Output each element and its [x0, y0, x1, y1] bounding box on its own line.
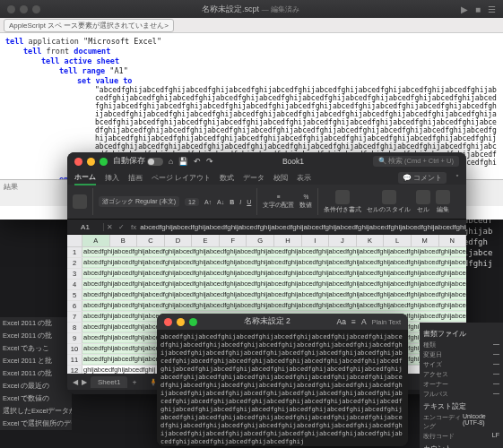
column-header[interactable]: B	[110, 235, 138, 246]
home-icon[interactable]: ⌂	[169, 157, 173, 166]
italic-icon[interactable]: I	[239, 199, 241, 205]
table-row[interactable]: 1abcedfghijabcedfghijabcedfghijabcedfghi…	[67, 247, 466, 258]
enter-icon[interactable]: ✓	[116, 223, 127, 231]
row-header[interactable]: 7	[67, 312, 82, 322]
switch-icon[interactable]	[147, 158, 163, 166]
row-header[interactable]: 10	[67, 344, 82, 354]
alignment-group[interactable]: ≡文字の配置	[263, 194, 294, 210]
column-header[interactable]: K	[357, 235, 385, 246]
column-header[interactable]: F	[220, 235, 247, 246]
add-sheet-icon[interactable]: ＋	[131, 377, 138, 387]
sheet-tab[interactable]: Sheet1	[91, 376, 127, 388]
list-item[interactable]: Excel で選択個所のデータから最低値のものを…	[0, 418, 72, 430]
cell[interactable]: abcedfghijabcedfghijabcedfghijabcedfghij…	[82, 301, 466, 311]
comments-button[interactable]: 💬コメント	[398, 172, 447, 184]
close-icon[interactable]	[74, 158, 82, 166]
cell[interactable]: abcedfghijabcedfghijabcedfghijabcedfghij…	[82, 269, 466, 279]
run-icon[interactable]: ▶	[461, 4, 468, 14]
list-icon[interactable]: ≡	[351, 317, 356, 326]
minimize-icon[interactable]	[20, 5, 28, 13]
list-item[interactable]: Excel 2011 の批	[0, 367, 72, 380]
next-sheet-icon[interactable]: ▶	[82, 378, 87, 386]
fx-label[interactable]: fx	[127, 223, 140, 231]
font-grow-icon[interactable]: A↑	[204, 199, 212, 205]
bold-icon[interactable]: B	[230, 199, 234, 205]
cell[interactable]: abcedfghijabcedfghijabcedfghijabcedfghij…	[82, 247, 466, 257]
table-row[interactable]: 2abcedfghijabcedfghijabcedfghijabcedfghi…	[67, 258, 466, 269]
row-header[interactable]: 8	[67, 323, 82, 332]
undo-icon[interactable]: ↶	[194, 157, 201, 166]
column-header[interactable]: L	[384, 235, 412, 246]
collapse-ribbon-icon[interactable]: ˅	[455, 174, 459, 182]
stop-icon[interactable]: ■	[475, 4, 481, 14]
row-header[interactable]: 1	[67, 247, 82, 257]
row-header[interactable]: 3	[67, 269, 82, 279]
search-input[interactable]: 🔍 検索 (Cmd + Ctrl + U)	[373, 156, 459, 167]
textedit-titlebar[interactable]: 名称未設定 2 Aa ≡ A Plain Text	[157, 314, 408, 330]
mode-label[interactable]: Plain Text	[372, 318, 401, 326]
autosave-toggle[interactable]: 自動保存	[113, 156, 163, 167]
font-shrink-icon[interactable]: A↓	[217, 199, 224, 205]
cancel-icon[interactable]: ✕	[104, 223, 116, 231]
conditional-format-button[interactable]: 条件付き書式	[324, 190, 361, 214]
table-row[interactable]: 6abcedfghijabcedfghijabcedfghijabcedfghi…	[67, 301, 466, 312]
table-row[interactable]: 4abcedfghijabcedfghijabcedfghijabcedfghi…	[67, 280, 466, 290]
column-header[interactable]: C	[137, 235, 165, 246]
tab-layout[interactable]: ページ レイアウト	[152, 171, 211, 185]
list-item[interactable]: Excel 2011 の批	[0, 317, 72, 330]
column-header[interactable]: M	[412, 235, 439, 246]
highlight-icon[interactable]: A	[361, 317, 367, 326]
table-row[interactable]: 5abcedfghijabcedfghijabcedfghijabcedfghi…	[67, 290, 466, 301]
underline-icon[interactable]: U	[247, 199, 251, 205]
name-box[interactable]: A1	[67, 223, 104, 231]
scripteditor-titlebar[interactable]: 名称未設定.scpt — 編集済み ▶ ■ ☰	[0, 0, 503, 18]
select-all-corner[interactable]	[67, 235, 82, 246]
table-row[interactable]: 3abcedfghijabcedfghijabcedfghijabcedfghi…	[67, 269, 466, 280]
column-header[interactable]: E	[192, 235, 220, 246]
tab-insert[interactable]: 挿入	[105, 171, 119, 185]
row-header[interactable]: 5	[67, 290, 82, 300]
cell-styles-button[interactable]: セルのスタイル	[367, 190, 411, 214]
tab-home[interactable]: ホーム	[74, 170, 96, 185]
toolbar-status[interactable]: AppleScript スペ ース要素が選択されていません>	[4, 19, 174, 32]
paste-button[interactable]	[73, 194, 87, 209]
minimize-icon[interactable]	[177, 318, 185, 326]
column-header[interactable]: G	[247, 235, 274, 246]
font-size-selector[interactable]: 12	[185, 198, 199, 206]
row-header[interactable]: 6	[67, 301, 82, 311]
tab-formulas[interactable]: 数式	[220, 171, 234, 185]
excel-titlebar[interactable]: 自動保存 ⌂ 💾 ↶ ↷ Book1 🔍 検索 (Cmd + Ctrl + U)	[67, 152, 466, 170]
formula-input[interactable]: abcedfghijabcedfghijabcedfghijabcedfghij…	[140, 223, 466, 231]
row-header[interactable]: 9	[67, 333, 82, 343]
list-item[interactable]: Excel の最近の	[0, 380, 72, 392]
font-name-selector[interactable]: 游ゴシック Regular (本文)	[99, 196, 179, 207]
tab-review[interactable]: 校閲	[273, 171, 288, 185]
tab-draw[interactable]: 描画	[128, 171, 143, 185]
row-header[interactable]: 2	[67, 258, 82, 268]
zoom-icon[interactable]	[32, 5, 40, 13]
zoom-icon[interactable]	[100, 158, 108, 166]
tab-view[interactable]: 表示	[297, 171, 311, 185]
number-group[interactable]: %数値	[299, 194, 312, 210]
minimize-icon[interactable]	[87, 158, 95, 166]
list-item[interactable]: Excel 2011 と批	[0, 355, 72, 367]
list-item[interactable]: Excel で数値の	[0, 392, 72, 405]
cells-group[interactable]: セル	[416, 190, 430, 214]
font-icon[interactable]: Aa	[337, 317, 346, 326]
row-header[interactable]: 12	[67, 366, 82, 374]
column-header[interactable]: D	[165, 235, 193, 246]
cell[interactable]: abcedfghijabcedfghijabcedfghijabcedfghij…	[82, 280, 466, 289]
column-header[interactable]: H	[274, 235, 302, 246]
column-header[interactable]: I	[302, 235, 330, 246]
column-header[interactable]: N	[439, 235, 466, 246]
column-header[interactable]: J	[329, 235, 357, 246]
cell[interactable]: abcedfghijabcedfghijabcedfghijabcedfghij…	[82, 290, 466, 300]
text-content[interactable]: abcedfghijabcedfghijabcedfghijabcedfghij…	[157, 330, 408, 446]
column-header[interactable]: A	[82, 235, 110, 246]
editing-group[interactable]: 編集	[436, 190, 450, 214]
prev-sheet-icon[interactable]: ◀	[73, 378, 78, 386]
list-item[interactable]: Excel 2011 の批	[0, 330, 72, 342]
list-item[interactable]: Excel であっこ	[0, 342, 72, 355]
save-icon[interactable]: 💾	[178, 157, 188, 166]
sidebar-icon[interactable]: ☰	[488, 4, 496, 14]
